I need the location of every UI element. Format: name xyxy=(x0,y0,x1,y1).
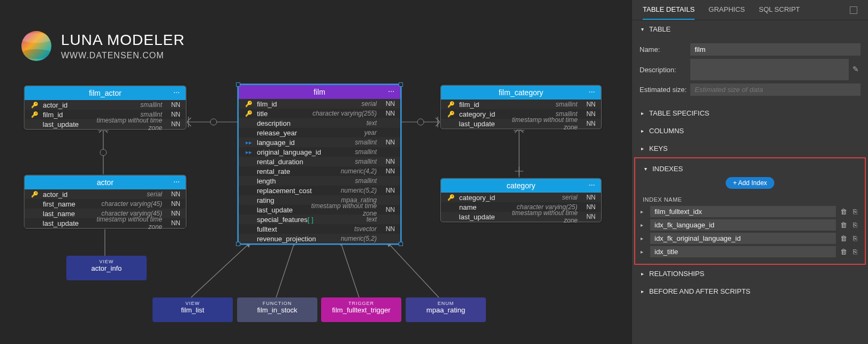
column-row[interactable]: rental_durationsmallintNN xyxy=(239,157,400,166)
column-name: replacement_cost xyxy=(257,187,338,195)
column-type: tsvector xyxy=(354,225,380,233)
index-row[interactable]: ▸film_fulltext_idx🗑⎘ xyxy=(638,205,862,218)
section-table-specifics[interactable]: ▸TABLE SPECIFICS xyxy=(632,104,868,122)
column-row[interactable]: 🔑film_idsmallintNN xyxy=(441,100,601,109)
column-row[interactable]: last_updatetimestamp without time zoneNN xyxy=(441,212,601,221)
description-field[interactable] xyxy=(690,59,849,80)
column-type: timestamp without time zone xyxy=(498,116,581,131)
diagram-canvas[interactable]: LUNA MODELER WWW.DATENSEN.COM film_actor… xyxy=(0,0,631,344)
section-table[interactable]: ▾TABLE xyxy=(632,20,868,38)
more-icon[interactable]: ⋯ xyxy=(173,89,180,96)
column-row[interactable]: 🔑actor_idsmallintNN xyxy=(25,100,186,110)
column-type: smallint xyxy=(555,101,581,108)
more-icon[interactable]: ⋯ xyxy=(589,88,596,96)
duplicate-icon[interactable]: ⎘ xyxy=(851,248,859,256)
index-row[interactable]: ▸idx_fk_original_language_id🗑⎘ xyxy=(638,232,862,245)
delete-icon[interactable]: 🗑 xyxy=(839,221,848,229)
table-film-actor[interactable]: film_actor⋯ 🔑actor_idsmallintNN🔑film_ids… xyxy=(24,85,187,130)
duplicate-icon[interactable]: ⎘ xyxy=(851,208,859,216)
column-name: last_update xyxy=(459,213,495,221)
column-type: character varying(45) xyxy=(102,200,165,208)
column-row[interactable]: 🔑titlecharacter varying(255)NN xyxy=(239,109,400,118)
section-scripts[interactable]: ▸BEFORE AND AFTER SCRIPTS xyxy=(632,282,868,300)
label-description: Description: xyxy=(639,66,690,74)
column-nn: NN xyxy=(169,120,180,128)
column-row[interactable]: lengthsmallint xyxy=(239,176,400,186)
column-row[interactable]: 🔑film_idserialNN xyxy=(239,99,400,109)
block-film-in-stock[interactable]: FUNCTION film_in_stock xyxy=(237,297,317,322)
table-category[interactable]: category⋯ 🔑category_idserialNNnamecharac… xyxy=(440,178,602,223)
column-row[interactable]: last_updatetimestamp without time zoneNN xyxy=(239,205,400,215)
duplicate-icon[interactable]: ⎘ xyxy=(851,234,859,242)
tab-table-details[interactable]: TABLE DETAILS xyxy=(643,5,695,20)
more-icon[interactable]: ⋯ xyxy=(589,181,596,189)
column-name: length xyxy=(257,177,352,185)
column-row[interactable]: first_namecharacter varying(45)NN xyxy=(25,199,186,209)
column-name: language_id xyxy=(257,139,352,147)
column-name: category_id xyxy=(459,194,559,202)
column-row[interactable]: last_updatetimestamp without time zoneNN xyxy=(25,119,186,129)
column-nn: NN xyxy=(383,206,395,213)
index-name[interactable]: idx_fk_original_language_id xyxy=(650,233,836,244)
column-row[interactable]: last_updatetimestamp without time zoneNN xyxy=(441,119,601,128)
column-row[interactable]: ▸▸original_language_idsmallint xyxy=(239,147,400,157)
estimated-size-field[interactable] xyxy=(690,83,861,96)
section-indexes[interactable]: ▾INDEXES xyxy=(638,163,862,175)
svg-point-1 xyxy=(100,149,106,156)
column-row[interactable]: ▸▸language_idsmallintNN xyxy=(239,137,400,147)
column-nn: NN xyxy=(584,203,596,211)
duplicate-icon[interactable]: ⎘ xyxy=(851,221,859,229)
delete-icon[interactable]: 🗑 xyxy=(839,234,848,242)
column-row[interactable]: fulltexttsvectorNN xyxy=(239,224,400,234)
column-type: character varying(255) xyxy=(313,110,380,117)
svg-point-0 xyxy=(210,119,217,125)
table-actor[interactable]: actor⋯ 🔑actor_idserialNNfirst_namecharac… xyxy=(24,174,187,229)
section-relationships[interactable]: ▸RELATIONSHIPS xyxy=(632,265,868,282)
section-columns[interactable]: ▸COLUMNS xyxy=(632,122,868,140)
column-row[interactable]: 🔑actor_idserialNN xyxy=(25,189,186,199)
column-type: numeric(5,2) xyxy=(341,187,380,194)
column-row[interactable]: replacement_costnumeric(5,2)NN xyxy=(239,186,400,195)
column-type: timestamp without time zone xyxy=(82,117,165,132)
delete-icon[interactable]: 🗑 xyxy=(839,208,848,216)
block-actor-info[interactable]: VIEW actor_info xyxy=(66,256,147,280)
block-mpaa-rating[interactable]: ENUM mpaa_rating xyxy=(406,297,486,322)
svg-point-2 xyxy=(417,119,424,125)
add-index-button[interactable]: + Add Index xyxy=(726,177,775,189)
index-name[interactable]: idx_fk_language_id xyxy=(650,219,836,231)
app-logo: LUNA MODELER WWW.DATENSEN.COM xyxy=(21,31,185,61)
tab-graphics[interactable]: GRAPHICS xyxy=(709,5,745,20)
column-type: serial xyxy=(147,190,165,198)
column-nn: NN xyxy=(169,219,180,227)
delete-icon[interactable]: 🗑 xyxy=(839,248,848,256)
column-name: actor_id xyxy=(43,190,143,198)
name-field[interactable] xyxy=(690,43,861,56)
index-row[interactable]: ▸idx_title🗑⎘ xyxy=(638,245,862,258)
block-film-fulltext-trigger[interactable]: TRIGGER film_fulltext_trigger xyxy=(321,297,401,322)
column-type: smallint xyxy=(355,139,380,146)
details-panel: TABLE DETAILS GRAPHICS SQL SCRIPT ▾TABLE… xyxy=(631,0,868,344)
column-row[interactable]: rental_ratenumeric(4,2)NN xyxy=(239,166,400,176)
column-row[interactable]: release_yearyear xyxy=(239,128,400,137)
column-name: film_id xyxy=(459,101,552,109)
column-row[interactable]: descriptiontext xyxy=(239,118,400,128)
column-nn: NN xyxy=(584,213,596,220)
dock-icon[interactable] xyxy=(850,6,857,14)
column-type: smallint xyxy=(355,148,380,156)
column-row[interactable]: last_updatetimestamp without time zoneNN xyxy=(25,218,186,228)
table-film-category[interactable]: film_category⋯ 🔑film_idsmallintNN🔑catego… xyxy=(440,85,602,129)
more-icon[interactable]: ⋯ xyxy=(388,88,395,95)
index-name[interactable]: film_fulltext_idx xyxy=(650,206,836,217)
block-film-list[interactable]: VIEW film_list xyxy=(153,297,233,322)
logo-icon xyxy=(21,31,51,61)
index-row[interactable]: ▸idx_fk_language_id🗑⎘ xyxy=(638,218,862,232)
index-name[interactable]: idx_title xyxy=(650,246,836,257)
column-row[interactable]: revenue_projectionnumeric(5,2) xyxy=(239,234,400,243)
table-film[interactable]: film⋯ 🔑film_idserialNN🔑titlecharacter va… xyxy=(238,84,401,244)
edit-icon[interactable]: ✎ xyxy=(851,65,861,74)
section-keys[interactable]: ▸KEYS xyxy=(632,140,868,157)
column-row[interactable]: special_features[ ]text xyxy=(239,215,400,224)
tab-sql-script[interactable]: SQL SCRIPT xyxy=(759,5,800,20)
more-icon[interactable]: ⋯ xyxy=(173,178,180,186)
column-row[interactable]: 🔑category_idserialNN xyxy=(441,193,601,202)
